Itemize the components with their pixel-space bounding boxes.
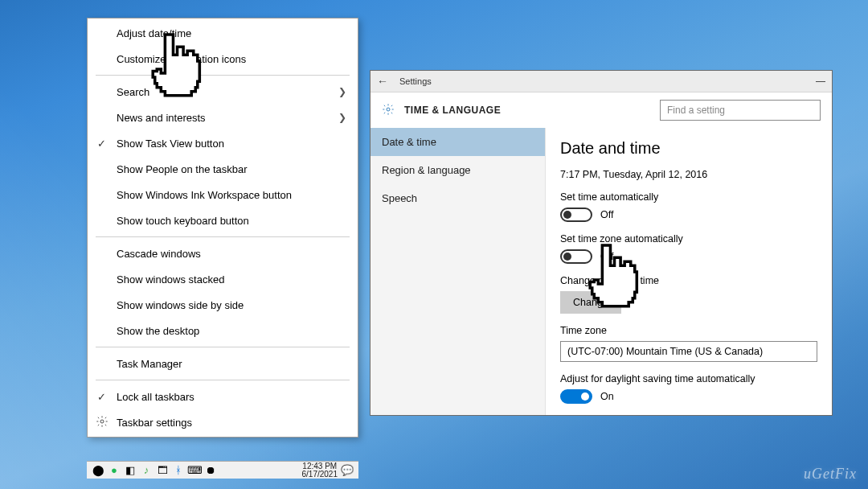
menu-item-label: Show Task View button <box>117 138 346 150</box>
menu-item-show-touch-keyboard[interactable]: Show touch keyboard button <box>88 208 358 233</box>
settings-search-input[interactable]: Find a setting <box>660 100 821 121</box>
menu-item-lock-taskbars[interactable]: ✓ Lock all taskbars <box>88 384 358 409</box>
tray-icon[interactable]: ◧ <box>124 464 137 477</box>
menu-item-taskbar-settings[interactable]: Taskbar settings <box>88 409 358 435</box>
toggle-state: Off <box>600 209 613 220</box>
timezone-label: Time zone <box>560 325 817 336</box>
tray-icon[interactable]: ⏺ <box>204 464 217 477</box>
menu-separator <box>96 380 350 380</box>
menu-item-search[interactable]: Search ❯ <box>88 79 358 105</box>
search-placeholder: Find a setting <box>667 105 725 116</box>
window-title: Settings <box>399 76 432 86</box>
change-button[interactable]: Change <box>560 291 621 314</box>
taskbar-context-menu: Adjust date/time Customize notification … <box>87 18 358 438</box>
timezone-value: (UTC-07:00) Mountain Time (US & Canada) <box>567 346 763 357</box>
timezone-select[interactable]: (UTC-07:00) Mountain Time (US & Canada) <box>560 341 817 362</box>
change-date-time-label: Change date and time <box>560 275 817 286</box>
check-icon: ✓ <box>97 391 106 403</box>
set-tz-auto-toggle[interactable] <box>560 249 592 264</box>
menu-item-adjust-date-time[interactable]: Adjust date/time <box>88 20 358 46</box>
settings-section-title: TIME & LANGUAGE <box>404 105 501 116</box>
menu-item-show-desktop[interactable]: Show the desktop <box>88 318 358 343</box>
svg-point-1 <box>387 108 390 111</box>
taskbar-fragment: ⬤ ● ◧ ♪ 🗔 ᚼ ⌨ ⏺ 12:43 PM 6/17/2021 💬 <box>87 461 358 479</box>
menu-item-show-task-view[interactable]: ✓ Show Task View button <box>88 130 358 156</box>
menu-item-label: Show windows stacked <box>117 273 346 286</box>
tray-icon[interactable]: ⬤ <box>92 464 104 477</box>
change-button-label: Change <box>573 297 608 308</box>
menu-separator <box>96 236 350 237</box>
settings-header: TIME & LANGUAGE Find a setting <box>371 92 832 128</box>
set-tz-auto-label: Set time zone automatically <box>560 233 817 244</box>
watermark: uGetFix <box>804 466 857 483</box>
dst-label: Adjust for daylight saving time automati… <box>560 373 817 384</box>
menu-item-label: Taskbar settings <box>117 417 346 429</box>
menu-item-news-interests[interactable]: News and interests ❯ <box>88 105 358 130</box>
settings-window: ← Settings — TIME & LANGUAGE Find a sett… <box>370 70 833 416</box>
menu-item-show-ink-workspace[interactable]: Show Windows Ink Workspace button <box>88 182 358 208</box>
nav-item-date-time[interactable]: Date & time <box>371 128 545 156</box>
menu-item-label: Task Manager <box>117 358 346 370</box>
dst-toggle[interactable] <box>560 389 592 404</box>
gear-icon <box>96 415 108 430</box>
menu-item-label: Show Windows Ink Workspace button <box>117 189 346 201</box>
menu-item-label: Cascade windows <box>117 248 346 260</box>
taskbar-clock[interactable]: 12:43 PM 6/17/2021 <box>302 462 338 479</box>
toggle-state: Off <box>600 251 613 262</box>
bluetooth-icon[interactable]: ᚼ <box>172 464 185 477</box>
nav-item-label: Region & language <box>382 164 471 176</box>
menu-item-customize-notification-icons[interactable]: Customize notification icons <box>88 46 358 72</box>
menu-item-label: Adjust date/time <box>117 27 346 39</box>
menu-item-label: Customize notification icons <box>117 53 346 65</box>
back-button[interactable]: ← <box>377 76 388 87</box>
menu-item-label: Search <box>117 86 338 98</box>
menu-item-label: Show windows side by side <box>117 299 346 311</box>
menu-item-label: Show touch keyboard button <box>117 215 346 227</box>
window-title-bar[interactable]: ← Settings — <box>371 71 832 92</box>
clock-date: 6/17/2021 <box>302 471 338 479</box>
nav-item-label: Speech <box>382 192 417 204</box>
menu-item-label: News and interests <box>117 112 338 124</box>
menu-item-cascade[interactable]: Cascade windows <box>88 240 358 266</box>
tray-icon[interactable]: ♪ <box>140 464 153 477</box>
check-icon: ✓ <box>97 138 106 150</box>
menu-item-label: Lock all taskbars <box>117 391 346 403</box>
settings-side-nav: Date & time Region & language Speech <box>371 128 546 415</box>
menu-item-stacked[interactable]: Show windows stacked <box>88 266 358 292</box>
chevron-right-icon: ❯ <box>338 86 346 97</box>
nav-item-speech[interactable]: Speech <box>371 184 545 212</box>
menu-separator <box>96 75 350 76</box>
tray-icon[interactable]: ● <box>108 464 121 477</box>
minimize-button[interactable]: — <box>816 76 825 87</box>
set-time-auto-toggle[interactable] <box>560 208 592 222</box>
svg-point-0 <box>100 420 104 423</box>
gear-icon <box>382 103 395 118</box>
toggle-state: On <box>600 391 614 402</box>
menu-separator <box>96 347 350 347</box>
tray-icon[interactable]: ⌨ <box>188 464 201 477</box>
page-heading: Date and time <box>560 139 817 158</box>
set-time-auto-label: Set time automatically <box>560 191 817 203</box>
menu-item-show-people[interactable]: Show People on the taskbar <box>88 156 358 182</box>
settings-main-panel: Date and time 7:17 PM, Tuesday, April 12… <box>546 128 832 415</box>
tray-icon[interactable]: 🗔 <box>156 464 169 477</box>
menu-item-label: Show People on the taskbar <box>117 163 346 175</box>
menu-item-side-by-side[interactable]: Show windows side by side <box>88 292 358 318</box>
current-datetime: 7:17 PM, Tuesday, April 12, 2016 <box>560 169 817 180</box>
menu-item-task-manager[interactable]: Task Manager <box>88 351 358 376</box>
nav-item-region-language[interactable]: Region & language <box>371 156 545 184</box>
chevron-right-icon: ❯ <box>338 112 346 123</box>
nav-item-label: Date & time <box>382 136 436 148</box>
notifications-icon[interactable]: 💬 <box>341 464 354 477</box>
clock-time: 12:43 PM <box>302 462 338 471</box>
menu-item-label: Show the desktop <box>117 325 346 337</box>
